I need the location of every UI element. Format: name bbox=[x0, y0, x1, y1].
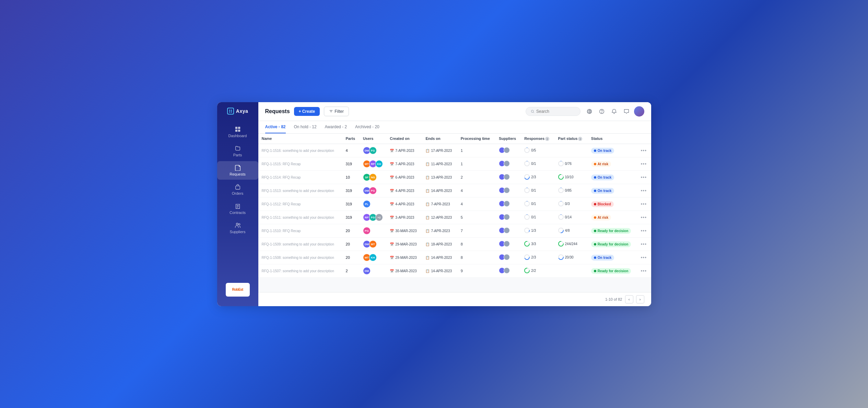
cell-responses: 0/1 bbox=[521, 184, 554, 197]
more-options-button[interactable]: ••• bbox=[641, 255, 647, 260]
col-name: Name bbox=[258, 134, 342, 144]
cell-created: 📅30-MAR-2023 bbox=[386, 224, 422, 238]
tab-archived[interactable]: Archived - 20 bbox=[355, 121, 379, 133]
part-status-info-icon[interactable]: i bbox=[578, 137, 582, 141]
table-row[interactable]: RFQ-1-1509: something to add your descri… bbox=[258, 238, 651, 251]
cell-ends: 📋14-APR-2023 bbox=[422, 251, 457, 264]
svg-point-15 bbox=[525, 148, 529, 153]
svg-rect-3 bbox=[231, 111, 232, 112]
col-actions bbox=[637, 134, 651, 144]
filter-button[interactable]: Filter bbox=[324, 107, 349, 116]
more-options-button[interactable]: ••• bbox=[641, 201, 647, 207]
tab-active[interactable]: Active - 82 bbox=[265, 121, 286, 133]
sidebar-item-contracts[interactable]: Contracts bbox=[217, 200, 258, 218]
cell-status: On track bbox=[588, 171, 637, 184]
table-row[interactable]: RFQ-1-1513: something to add your descri… bbox=[258, 184, 651, 197]
cell-name: RFQ-1-1507: something to add your descri… bbox=[258, 264, 342, 278]
sidebar-item-label: Dashboard bbox=[228, 134, 247, 138]
cell-responses: 2/3 bbox=[521, 171, 554, 184]
table-row[interactable]: RFQ-1-1511: something to add your descri… bbox=[258, 211, 651, 224]
more-options-button[interactable]: ••• bbox=[641, 215, 647, 220]
more-options-button[interactable]: ••• bbox=[641, 241, 647, 247]
svg-point-31 bbox=[559, 201, 563, 206]
cell-processing: 5 bbox=[457, 211, 495, 224]
globe-icon-button[interactable] bbox=[585, 107, 594, 116]
cell-users: DMFG bbox=[360, 144, 386, 157]
cell-more[interactable]: ••• bbox=[637, 251, 651, 264]
cell-created: 📅29-MAR-2023 bbox=[386, 251, 422, 264]
cell-responses: 3/3 bbox=[521, 238, 554, 251]
table-row[interactable]: RFQ-1-1512: RFQ Recap 319 PL 📅4-APR-2023… bbox=[258, 197, 651, 211]
table-row[interactable]: RFQ-1-1510: RFQ Recap 20 PG 📅30-MAR-2023… bbox=[258, 224, 651, 238]
cell-status: Ready for decision bbox=[588, 224, 637, 238]
cell-more[interactable]: ••• bbox=[637, 157, 651, 171]
sidebar-item-parts[interactable]: Parts bbox=[217, 142, 258, 160]
table-row[interactable]: RFQ-1-1515: RFQ Recap 319 MTRPKH 📅7-APR-… bbox=[258, 157, 651, 171]
cell-processing: 8 bbox=[457, 251, 495, 264]
cell-more[interactable]: ••• bbox=[637, 211, 651, 224]
more-options-button[interactable]: ••• bbox=[641, 188, 647, 193]
sidebar-item-dashboard[interactable]: Dashboard bbox=[217, 123, 258, 141]
sidebar-item-suppliers[interactable]: Suppliers bbox=[217, 219, 258, 237]
cell-ends: 📋7-APR-2023 bbox=[422, 224, 457, 238]
logo-icon bbox=[227, 108, 234, 115]
cell-responses: 0/5 bbox=[521, 144, 554, 157]
responses-info-icon[interactable]: i bbox=[545, 137, 549, 141]
cell-more[interactable]: ••• bbox=[637, 184, 651, 197]
more-options-button[interactable]: ••• bbox=[641, 268, 647, 274]
notification-icon-button[interactable] bbox=[609, 107, 619, 116]
cell-more[interactable]: ••• bbox=[637, 197, 651, 211]
cell-suppliers bbox=[495, 144, 521, 157]
more-options-button[interactable]: ••• bbox=[641, 175, 647, 180]
cell-part-status: 0/14 bbox=[555, 211, 588, 224]
cell-suppliers bbox=[495, 251, 521, 264]
col-processing: Processing time bbox=[457, 134, 495, 144]
cell-more[interactable]: ••• bbox=[637, 224, 651, 238]
cell-more[interactable]: ••• bbox=[637, 238, 651, 251]
search-box[interactable] bbox=[526, 107, 580, 116]
cell-more[interactable]: ••• bbox=[637, 264, 651, 278]
logo-text: Axya bbox=[236, 108, 248, 114]
table-row[interactable]: RFQ-1-1516: something to add your descri… bbox=[258, 144, 651, 157]
cell-name: RFQ-1-1513: something to add your descri… bbox=[258, 184, 342, 197]
more-options-button[interactable]: ••• bbox=[641, 228, 647, 233]
cell-processing: 2 bbox=[457, 171, 495, 184]
cell-created: 📅6-APR-2023 bbox=[386, 171, 422, 184]
col-ends: Ends on bbox=[422, 134, 457, 144]
search-input[interactable] bbox=[536, 109, 575, 114]
create-button[interactable]: + Create bbox=[294, 107, 320, 116]
svg-point-9 bbox=[236, 223, 238, 225]
page-title: Requests bbox=[265, 108, 290, 115]
cell-responses: 2/2 bbox=[521, 264, 554, 278]
sidebar-item-label: Orders bbox=[232, 191, 244, 195]
help-icon-button[interactable] bbox=[597, 107, 607, 116]
cell-more[interactable]: ••• bbox=[637, 144, 651, 157]
message-icon-button[interactable] bbox=[622, 107, 631, 116]
cell-processing: 8 bbox=[457, 238, 495, 251]
table-row[interactable]: RFQ-1-1507: something to add your descri… bbox=[258, 264, 651, 278]
cell-parts: 20 bbox=[342, 238, 360, 251]
user-avatar[interactable] bbox=[634, 106, 644, 117]
cell-status: Ready for decision bbox=[588, 238, 637, 251]
logo[interactable]: Axya bbox=[223, 108, 252, 115]
col-suppliers: Suppliers bbox=[495, 134, 521, 144]
cell-created: 📅7-APR-2023 bbox=[386, 144, 422, 157]
cell-part-status: 0/85 bbox=[555, 184, 588, 197]
table-row[interactable]: RFQ-1-1508: something to add your descri… bbox=[258, 251, 651, 264]
svg-rect-8 bbox=[235, 186, 240, 189]
more-options-button[interactable]: ••• bbox=[641, 161, 647, 167]
cell-status: On track bbox=[588, 251, 637, 264]
svg-rect-6 bbox=[235, 129, 237, 131]
search-icon bbox=[531, 109, 534, 113]
cell-parts: 319 bbox=[342, 157, 360, 171]
tab-awarded[interactable]: Awarded - 2 bbox=[325, 121, 347, 133]
next-page-button[interactable]: › bbox=[636, 295, 644, 303]
sidebar-item-requests[interactable]: Requests bbox=[217, 161, 258, 180]
more-options-button[interactable]: ••• bbox=[641, 148, 647, 153]
tab-on-hold[interactable]: On hold - 12 bbox=[294, 121, 317, 133]
prev-page-button[interactable]: ‹ bbox=[625, 295, 633, 303]
cell-name: RFQ-1-1510: RFQ Recap bbox=[258, 224, 342, 238]
table-row[interactable]: RFQ-1-1514: RFQ Recap 10 SFNG 📅6-APR-202… bbox=[258, 171, 651, 184]
cell-more[interactable]: ••• bbox=[637, 171, 651, 184]
sidebar-item-orders[interactable]: Orders bbox=[217, 180, 258, 199]
